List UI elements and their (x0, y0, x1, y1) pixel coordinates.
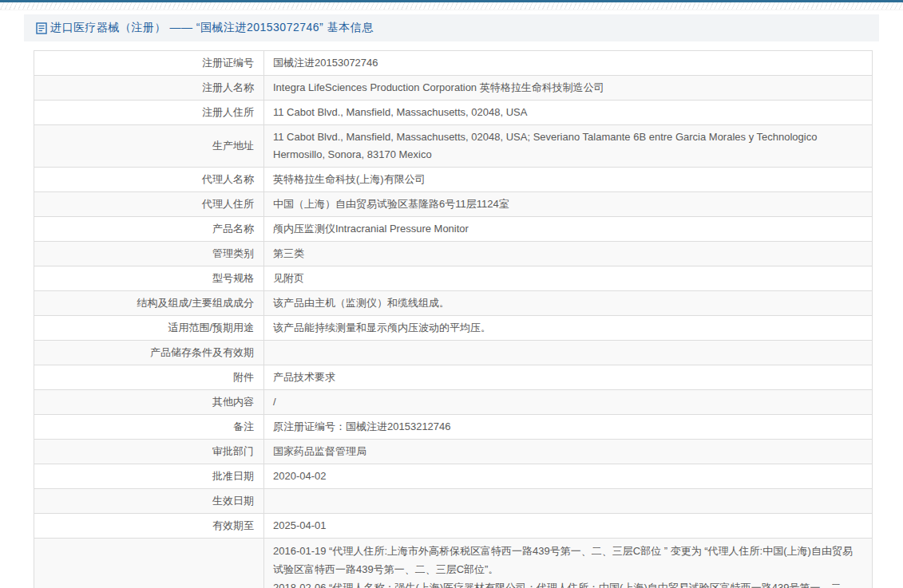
table-row: 审批部门 国家药品监督管理局 (34, 440, 873, 464)
table-row: 型号规格 见附页 (34, 266, 873, 291)
table-row: 代理人名称 英特格拉生命科技(上海)有限公司 (34, 168, 873, 192)
row-label: 批准日期 (34, 464, 264, 489)
row-value: 该产品能持续测量和显示颅内压波动的平均压。 (264, 316, 873, 341)
registration-info-table-wrap: 注册证编号 国械注进20153072746 注册人名称 Integra Life… (34, 50, 873, 588)
table-row: 2016-01-19 “代理人住所:上海市外高桥保税区富特西一路439号第一、二… (34, 539, 873, 588)
row-value: 2020-04-02 (264, 464, 873, 489)
row-value: / (264, 390, 873, 415)
table-row: 有效期至 2025-04-01 (34, 514, 873, 539)
panel-header: 进口医疗器械（注册） —— “国械注进20153072746” 基本信息 (24, 14, 879, 41)
row-label: 结构及组成/主要组成成分 (34, 291, 264, 316)
row-label: 其他内容 (34, 390, 264, 415)
table-row: 批准日期 2020-04-02 (34, 464, 873, 489)
row-label: 代理人名称 (34, 168, 264, 192)
table-row: 备注 原注册证编号：国械注进20153212746 (34, 415, 873, 440)
row-label: 有效期至 (34, 514, 264, 539)
registration-info-table: 注册证编号 国械注进20153072746 注册人名称 Integra Life… (34, 50, 873, 588)
row-value (264, 341, 873, 365)
stripe-band (0, 2, 903, 10)
row-label: 产品储存条件及有效期 (34, 341, 264, 365)
table-row: 附件 产品技术要求 (34, 365, 873, 390)
table-row: 结构及组成/主要组成成分 该产品由主机（监测仪）和缆线组成。 (34, 291, 873, 316)
row-label: 附件 (34, 365, 264, 390)
row-label: 注册证编号 (34, 51, 264, 76)
table-row: 管理类别 第三类 (34, 242, 873, 266)
row-label: 注册人住所 (34, 101, 264, 125)
document-icon (36, 22, 47, 34)
row-label: 管理类别 (34, 242, 264, 266)
row-value: 见附页 (264, 266, 873, 291)
row-value: 该产品由主机（监测仪）和缆线组成。 (264, 291, 873, 316)
table-row: 产品名称 颅内压监测仪Intracranial Pressure Monitor (34, 217, 873, 242)
table-row: 生产地址 11 Cabot Blvd., Mansfield, Massachu… (34, 125, 873, 168)
page-title: 进口医疗器械（注册） —— “国械注进20153072746” 基本信息 (50, 21, 374, 35)
row-label: 备注 (34, 415, 264, 440)
row-value (264, 489, 873, 514)
table-row: 注册人住所 11 Cabot Blvd., Mansfield, Massach… (34, 101, 873, 125)
table-row: 适用范围/预期用途 该产品能持续测量和显示颅内压波动的平均压。 (34, 316, 873, 341)
row-value: 国家药品监督管理局 (264, 440, 873, 464)
table-row: 产品储存条件及有效期 (34, 341, 873, 365)
table-row: 生效日期 (34, 489, 873, 514)
table-row: 其他内容 / (34, 390, 873, 415)
row-label (34, 539, 264, 588)
row-label: 注册人名称 (34, 76, 264, 101)
row-value: 2025-04-01 (264, 514, 873, 539)
table-row: 代理人住所 中国（上海）自由贸易试验区基隆路6号11层1124室 (34, 192, 873, 217)
row-value: 英特格拉生命科技(上海)有限公司 (264, 168, 873, 192)
row-value: 第三类 (264, 242, 873, 266)
row-value: 颅内压监测仪Intracranial Pressure Monitor (264, 217, 873, 242)
row-value: 11 Cabot Blvd., Mansfield, Massachusetts… (264, 125, 873, 168)
row-label: 代理人住所 (34, 192, 264, 217)
row-value: 原注册证编号：国械注进20153212746 (264, 415, 873, 440)
row-label: 产品名称 (34, 217, 264, 242)
row-label: 型号规格 (34, 266, 264, 291)
row-value: 11 Cabot Blvd., Mansfield, Massachusetts… (264, 101, 873, 125)
row-value: 中国（上海）自由贸易试验区基隆路6号11层1124室 (264, 192, 873, 217)
row-label: 审批部门 (34, 440, 264, 464)
table-row: 注册证编号 国械注进20153072746 (34, 51, 873, 76)
row-label: 生效日期 (34, 489, 264, 514)
row-value: 产品技术要求 (264, 365, 873, 390)
change-history-entry: 2016-01-19 “代理人住所:上海市外高桥保税区富特西一路439号第一、二… (273, 542, 861, 578)
row-label: 适用范围/预期用途 (34, 316, 264, 341)
table-row: 注册人名称 Integra LifeSciences Production Co… (34, 76, 873, 101)
row-value: 国械注进20153072746 (264, 51, 873, 76)
change-history-entry: 2018-02-06 “代理人名称：强生(上海)医疗器材有限公司；代理人住所：中… (273, 578, 861, 588)
row-label: 生产地址 (34, 125, 264, 168)
row-value: 2016-01-19 “代理人住所:上海市外高桥保税区富特西一路439号第一、二… (264, 539, 873, 588)
row-value: Integra LifeSciences Production Corporat… (264, 76, 873, 101)
